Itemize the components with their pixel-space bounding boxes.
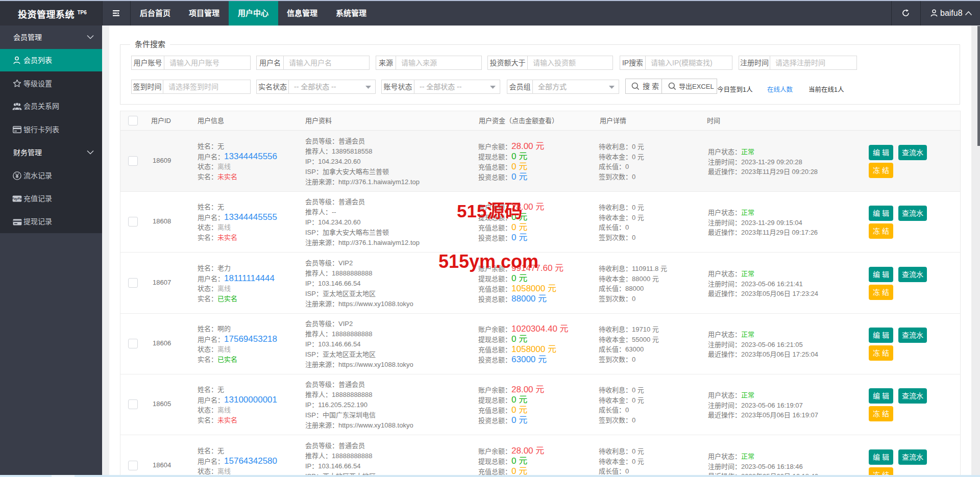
svg-text:PayPal: PayPal: [12, 197, 22, 201]
